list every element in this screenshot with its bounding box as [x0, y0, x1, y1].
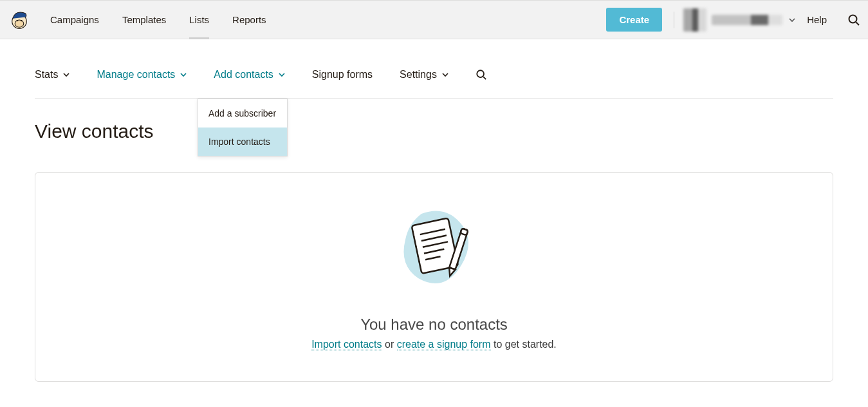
subnav-add-contacts[interactable]: Add contacts	[214, 69, 285, 80]
subnav-label: Stats	[35, 69, 58, 80]
dropdown-add-subscriber[interactable]: Add a subscriber	[198, 99, 287, 128]
subnav-label: Manage contacts	[97, 69, 175, 80]
separator	[674, 12, 674, 28]
svg-point-1	[15, 20, 24, 27]
global-search-button[interactable]	[840, 1, 868, 39]
page-title: View contacts	[35, 120, 833, 142]
topbar-right: Create Help	[606, 1, 868, 39]
subnav-settings[interactable]: Settings	[400, 69, 448, 80]
top-bar: Campaigns Templates Lists Reports Create…	[0, 0, 868, 39]
empty-illustration	[386, 201, 483, 298]
svg-point-6	[477, 70, 484, 77]
empty-text-mid: or	[382, 339, 397, 350]
chevron-down-icon	[180, 69, 187, 80]
empty-title: You have no contacts	[360, 316, 508, 334]
subnav-manage-contacts[interactable]: Manage contacts	[97, 69, 187, 80]
mailchimp-logo-icon	[8, 8, 31, 32]
subnav-stats[interactable]: Stats	[35, 69, 69, 80]
profile-menu[interactable]	[683, 8, 795, 32]
empty-text-tail: to get started.	[491, 339, 557, 350]
nav-templates[interactable]: Templates	[111, 1, 178, 39]
search-icon	[476, 69, 487, 80]
profile-name-blurred	[712, 15, 782, 25]
nav-reports[interactable]: Reports	[221, 1, 278, 39]
svg-line-7	[483, 77, 486, 79]
empty-subtitle: Import contacts or create a signup form …	[311, 339, 557, 350]
subnav-label: Add contacts	[214, 69, 273, 80]
sub-nav: Stats Manage contacts Add contacts Signu…	[35, 51, 833, 99]
nav-lists[interactable]: Lists	[178, 1, 221, 39]
help-link[interactable]: Help	[807, 14, 827, 25]
svg-point-2	[17, 20, 18, 21]
import-contacts-link[interactable]: Import contacts	[311, 339, 382, 350]
page-content: Stats Manage contacts Add contacts Signu…	[0, 51, 868, 382]
dropdown-import-contacts[interactable]: Import contacts	[198, 128, 287, 156]
svg-line-5	[856, 22, 860, 25]
svg-point-3	[21, 20, 22, 21]
subnav-search-button[interactable]	[476, 69, 487, 80]
subnav-label: Settings	[400, 69, 437, 80]
notepad-pencil-icon	[386, 201, 483, 298]
nav-campaigns[interactable]: Campaigns	[39, 1, 111, 39]
chevron-down-icon	[63, 69, 69, 80]
main-nav: Campaigns Templates Lists Reports	[39, 1, 278, 39]
chevron-down-icon	[279, 69, 285, 80]
svg-point-4	[849, 15, 857, 23]
svg-rect-16	[460, 229, 468, 236]
chevron-down-icon	[789, 17, 795, 23]
logo[interactable]	[0, 8, 39, 32]
empty-state: You have no contacts Import contacts or …	[35, 172, 833, 382]
search-icon	[847, 14, 860, 26]
create-button[interactable]: Create	[606, 8, 662, 32]
chevron-down-icon	[442, 69, 448, 80]
avatar	[683, 8, 706, 32]
create-signup-form-link[interactable]: create a signup form	[397, 339, 491, 350]
subnav-signup-forms[interactable]: Signup forms	[312, 69, 373, 80]
add-contacts-dropdown: Add a subscriber Import contacts	[198, 99, 288, 156]
subnav-label: Signup forms	[312, 69, 373, 80]
